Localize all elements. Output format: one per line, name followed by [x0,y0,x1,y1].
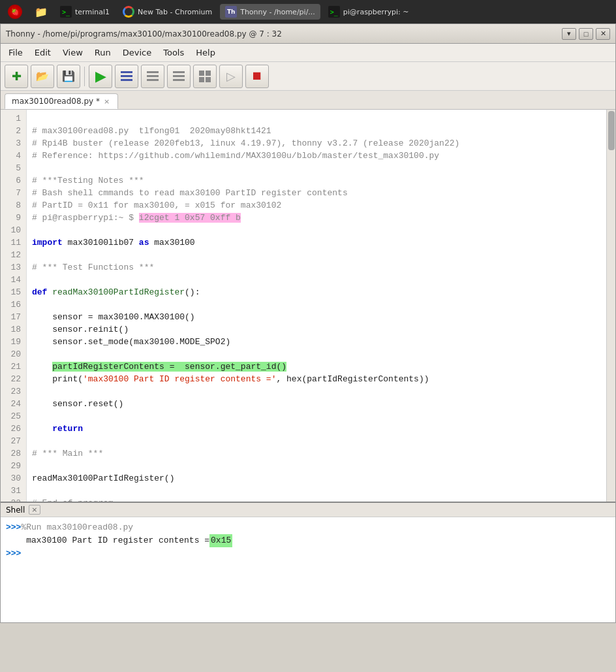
toolbar: ✚ 📂 💾 ▶ [1,62,615,91]
shell-prompt1: >>> [6,521,21,534]
step-over-icon [146,69,160,84]
shell-output-line: max30100 Part ID register contents = 0x1… [6,534,610,547]
tab-filename: max30100read08.py * [12,97,100,106]
menu-view[interactable]: View [57,46,88,59]
taskbar-chromium[interactable]: New Tab - Chromium [117,4,217,20]
svg-rect-9 [199,71,204,76]
menu-run[interactable]: Run [89,46,116,59]
svg-rect-3 [147,71,159,73]
svg-rect-8 [173,79,185,81]
folder-icon: 📁 [35,6,47,18]
svg-rect-10 [206,71,211,76]
taskbar-pi-menu[interactable]: 🍓 [3,3,27,21]
svg-rect-2 [121,79,132,81]
shell-header: Shell × [1,503,615,517]
editor-scrollbar-thumb[interactable] [608,111,615,150]
step-over-button[interactable] [141,65,164,88]
shell-label: Shell [6,505,25,515]
shell-content[interactable]: >>> %Run max30100read08.py max30100 Part… [1,517,615,620]
svg-rect-1 [121,75,132,77]
svg-rect-6 [173,71,185,73]
editor-area: 12345 678910 1112131415 1617181920 21222… [1,110,615,502]
step-out-button[interactable] [193,65,217,88]
taskbar-file-manager[interactable]: 📁 [30,4,52,20]
taskbar-terminal2-label: pi@raspberrypi: ~ [343,8,409,16]
svg-rect-11 [199,77,204,82]
svg-rect-0 [121,71,132,73]
svg-rect-4 [147,75,159,77]
titlebar: Thonny - /home/pi/programs/max30100/max3… [1,24,615,44]
menubar: File Edit View Run Device Tools Help [1,44,615,62]
code-editor[interactable]: # max30100read08.py tlfong01 2020may08hk… [27,110,606,502]
svg-rect-5 [147,79,159,81]
step-out-icon [198,69,212,84]
menu-file[interactable]: File [3,46,28,59]
thonny-icon: Th [225,6,237,18]
line-numbers: 12345 678910 1112131415 1617181920 21222… [1,110,27,502]
shell-prompt-line: >>> [6,547,610,560]
taskbar-terminal2[interactable]: >_ pi@raspberrypi: ~ [323,4,414,20]
step-in-button[interactable] [167,65,191,88]
minimize-button[interactable]: ▾ [562,28,576,40]
shell-prompt2: >>> [6,547,21,560]
titlebar-controls: ▾ □ ✕ [562,28,610,40]
taskbar-terminal1-label: terminal1 [75,8,110,16]
shell-run-command: %Run max30100read08.py [21,521,133,534]
taskbar: 🍓 📁 >_ terminal1 New Tab - Chromium Th T… [0,0,616,24]
menu-device[interactable]: Device [117,46,157,59]
debug-button[interactable] [115,65,138,88]
new-button[interactable]: ✚ [5,65,28,88]
editor-scrollbar[interactable] [606,110,615,502]
menu-tools[interactable]: Tools [158,46,189,59]
shell-close-button[interactable]: × [29,505,40,515]
stop-button[interactable]: ⏹ [245,65,269,88]
terminal2-icon: >_ [328,6,340,18]
shell-output-text: max30100 Part ID register contents = [6,534,209,547]
svg-rect-7 [173,75,185,77]
pi-logo-icon: 🍓 [8,5,22,19]
step-in-icon [172,69,186,84]
chromium-icon [123,6,134,18]
toolbar-sep1 [84,67,85,86]
menu-help[interactable]: Help [191,46,221,59]
run-button[interactable]: ▶ [89,65,112,88]
thonny-window: Thonny - /home/pi/programs/max30100/max3… [0,24,616,623]
shell-panel: Shell × >>> %Run max30100read08.py max30… [1,502,615,622]
maximize-button[interactable]: □ [579,28,593,40]
shell-run-line: >>> %Run max30100read08.py [6,521,610,534]
menu-edit[interactable]: Edit [29,46,56,59]
terminal1-icon: >_ [60,6,72,18]
shell-output-value: 0x15 [209,534,232,547]
debug-icon [119,69,134,84]
tabbar: max30100read08.py * × [1,91,615,110]
taskbar-thonny-label: Thonny - /home/pi/... [240,8,315,16]
taskbar-terminal1[interactable]: >_ terminal1 [55,4,115,20]
editor-tab[interactable]: max30100read08.py * × [5,93,118,109]
taskbar-chromium-label: New Tab - Chromium [138,8,212,16]
save-button[interactable]: 💾 [57,65,80,88]
svg-rect-12 [206,77,211,82]
taskbar-thonny[interactable]: Th Thonny - /home/pi/... [220,4,320,20]
close-button[interactable]: ✕ [596,28,610,40]
tab-close-button[interactable]: × [102,97,111,106]
resume-button[interactable]: ▷ [219,65,243,88]
open-button[interactable]: 📂 [31,65,54,88]
window-title: Thonny - /home/pi/programs/max30100/max3… [6,29,282,39]
